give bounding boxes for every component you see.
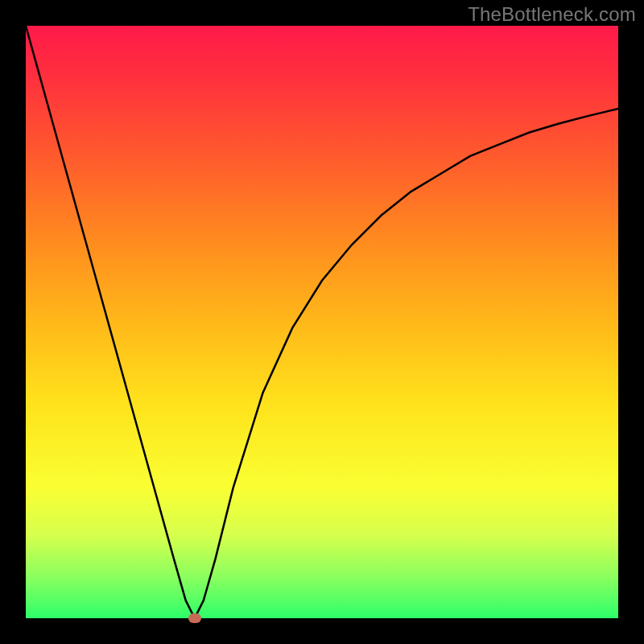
- watermark-text: TheBottleneck.com: [468, 3, 636, 26]
- curve-path: [26, 26, 618, 618]
- minimum-marker: [188, 613, 201, 623]
- chart-curve: [26, 26, 618, 618]
- plot-area: [26, 26, 618, 618]
- chart-frame: TheBottleneck.com: [0, 0, 644, 644]
